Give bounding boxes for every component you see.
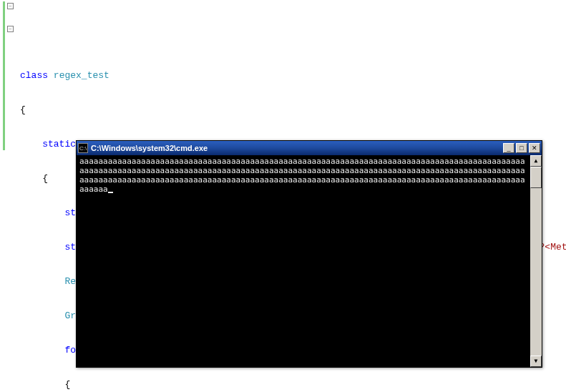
fold-toggle-class[interactable]: − [7, 3, 14, 9]
console-output: aaaaaaaaaaaaaaaaaaaaaaaaaaaaaaaaaaaaaaaa… [79, 157, 527, 194]
window-title: C:\Windows\system32\cmd.exe [91, 144, 503, 152]
text-cursor [108, 192, 113, 193]
scroll-thumb[interactable] [530, 167, 542, 188]
cmd-icon: C:\ [78, 143, 88, 153]
code-line: { [6, 104, 566, 116]
change-gutter [3, 1, 5, 150]
console-body[interactable]: aaaaaaaaaaaaaaaaaaaaaaaaaaaaaaaaaaaaaaaa… [77, 155, 542, 367]
code-line: class regex_test [6, 70, 566, 82]
console-window[interactable]: C:\ C:\Windows\system32\cmd.exe _ □ ✕ aa… [76, 140, 542, 368]
maximize-button[interactable]: □ [516, 143, 527, 153]
window-controls: _ □ ✕ [503, 143, 540, 153]
titlebar[interactable]: C:\ C:\Windows\system32\cmd.exe _ □ ✕ [77, 141, 542, 155]
code-line: { [6, 379, 566, 391]
scroll-up-button[interactable]: ▲ [530, 155, 542, 167]
minimize-button[interactable]: _ [503, 143, 514, 153]
close-button[interactable]: ✕ [529, 143, 540, 153]
scroll-down-button[interactable]: ▼ [530, 356, 542, 367]
vertical-scrollbar[interactable]: ▲ ▼ [530, 155, 542, 367]
fold-toggle-method[interactable]: − [7, 26, 14, 32]
